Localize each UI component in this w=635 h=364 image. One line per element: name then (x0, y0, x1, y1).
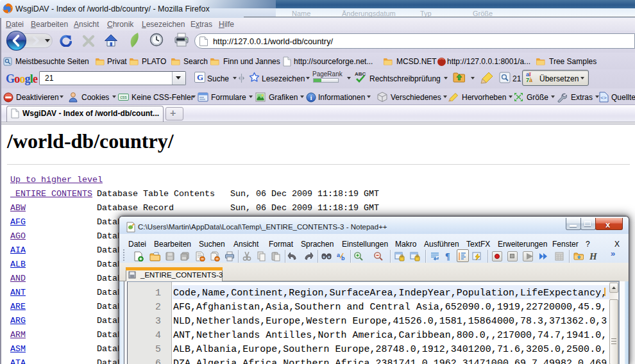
svg-text:H: H (589, 251, 598, 261)
svg-text:i: i (310, 94, 312, 101)
svg-text:<>: <> (600, 95, 607, 101)
svg-text:a: a (337, 252, 341, 258)
svg-text:¶: ¶ (445, 252, 450, 261)
